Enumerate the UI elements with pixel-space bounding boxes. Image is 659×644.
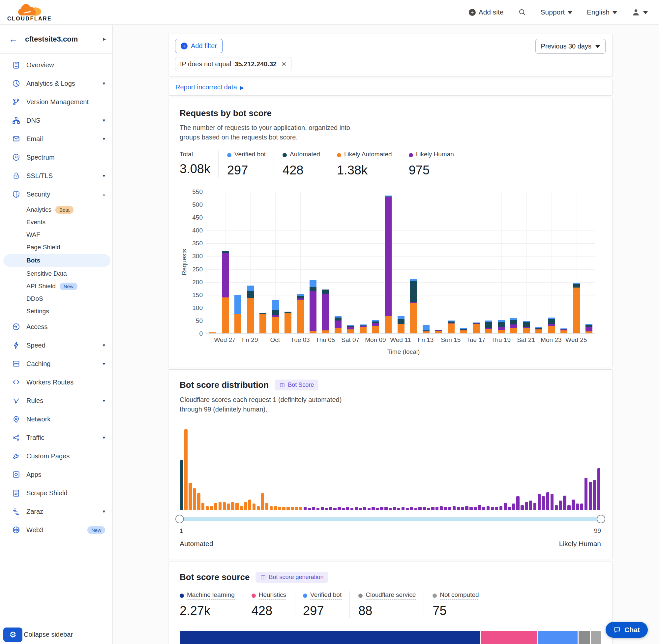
sidebar-item-speed[interactable]: Speed▾	[0, 336, 112, 354]
back-arrow-icon[interactable]: ←	[8, 34, 18, 45]
bar-segment-automated	[272, 310, 279, 316]
chevron-down-icon	[568, 11, 572, 14]
scrape-shield-icon	[12, 489, 20, 497]
sidebar-item-custom-pages[interactable]: Custom Pages	[0, 447, 112, 465]
sidebar-item-access[interactable]: Access	[0, 318, 112, 336]
stat-label: Machine learning	[187, 591, 235, 600]
sidebar-item-bots[interactable]: Bots	[3, 254, 111, 267]
sidebar-item-page-shield[interactable]: Page Shield	[0, 241, 112, 254]
stat-value: 428	[252, 604, 286, 618]
cloudflare-logo[interactable]: CLOUDFLARE	[7, 3, 52, 21]
sidebar-item-rules[interactable]: Rules▾	[0, 391, 112, 410]
histogram-bar	[546, 492, 549, 510]
sidebar-subitem-label: Bots	[26, 257, 40, 264]
histogram-bar	[393, 507, 396, 510]
sidebar-item-version-management[interactable]: Version Management	[0, 93, 112, 111]
sidebar-item-waf[interactable]: WAF	[0, 229, 112, 241]
sidebar-item-overview[interactable]: Overview	[0, 56, 112, 74]
sidebar-item-network[interactable]: Network	[0, 410, 112, 428]
slider-handle-max[interactable]	[597, 515, 605, 523]
bar-segment-likely-automated	[259, 314, 266, 334]
histogram-bar	[376, 508, 379, 510]
stacked-bar	[297, 294, 304, 334]
sidebar-item-workers-routes[interactable]: Workers Routes	[0, 373, 112, 391]
collapse-sidebar-button[interactable]: Collapse sidebar	[24, 631, 73, 638]
histogram-bar	[240, 506, 243, 510]
histogram-bar	[368, 508, 371, 510]
stat-likely-human: Likely Human975	[400, 151, 462, 178]
bot-score-generation-badge[interactable]: Bot score generation	[256, 572, 328, 583]
slider-handle-min[interactable]	[175, 515, 184, 523]
stat-value: 975	[409, 163, 454, 178]
remove-filter-icon[interactable]: ✕	[281, 60, 286, 68]
sidebar-item-label: Security	[26, 190, 102, 198]
slider-track[interactable]	[180, 518, 601, 521]
email-icon	[12, 135, 20, 143]
sidebar-item-traffic[interactable]: Traffic▾	[0, 428, 112, 447]
sidebar-item-spectrum[interactable]: Spectrum	[0, 148, 112, 166]
sidebar-item-api-shield[interactable]: API ShieldNew	[0, 280, 112, 293]
add-filter-button[interactable]: + Add filter	[175, 39, 222, 53]
histogram-bar	[418, 507, 421, 510]
language-menu[interactable]: English	[587, 8, 617, 16]
histogram-bar	[389, 508, 392, 510]
sidebar-item-settings[interactable]: Settings	[0, 305, 112, 318]
histogram-bar	[257, 506, 260, 510]
score-range-slider	[180, 515, 601, 523]
stacked-bar	[222, 251, 229, 334]
date-range-select[interactable]: Previous 30 days	[535, 39, 606, 54]
sidebar-item-analytics-logs[interactable]: Analytics & Logs▾	[0, 74, 112, 93]
sidebar-item-web3[interactable]: Web3New	[0, 521, 112, 539]
bar-segment-automated	[498, 322, 505, 327]
histogram-bar	[534, 503, 536, 510]
histogram-bar	[491, 507, 494, 510]
sidebar-item-dns[interactable]: DNS▾	[0, 111, 112, 130]
report-incorrect-data-link[interactable]: Report incorrect data ▶	[175, 84, 244, 91]
source-segment-verified-bot	[538, 631, 578, 644]
bar-segment-likely-automated	[586, 331, 592, 334]
histogram-bar	[184, 429, 187, 510]
settings-button[interactable]: ⚙	[3, 627, 22, 642]
account-menu[interactable]	[632, 8, 648, 17]
bar-segment-likely-automated	[272, 317, 279, 334]
sidebar-item-ddos[interactable]: DDoS	[0, 293, 112, 305]
sidebar-item-apps[interactable]: Apps	[0, 465, 112, 484]
support-menu[interactable]: Support	[541, 8, 573, 16]
stat-label: Verified bot	[234, 151, 266, 159]
stat-label: Cloudflare service	[366, 591, 416, 600]
sidebar-item-zaraz[interactable]: Zaraz▾	[0, 502, 112, 521]
filter-chip[interactable]: IP does not equal 35.212.240.32 ✕	[175, 57, 291, 71]
sidebar-item-sensitive-data[interactable]: Sensitive Data	[0, 268, 112, 280]
sidebar-item-ssl-tls[interactable]: SSL/TLS▾	[0, 166, 112, 185]
histogram-bar	[244, 502, 247, 510]
sidebar-item-email[interactable]: Email▾	[0, 130, 112, 148]
search-button[interactable]	[518, 8, 526, 16]
gridline	[501, 192, 502, 334]
site-switcher[interactable]: ← cftestsite3.com ▸	[0, 25, 112, 54]
sidebar-item-security[interactable]: Security▴	[0, 185, 112, 204]
bar-segment-automated	[335, 318, 342, 321]
y-tick: 150	[192, 292, 203, 299]
sidebar-item-label: Custom Pages	[26, 453, 105, 460]
chat-button[interactable]: Chat	[606, 622, 648, 638]
spectrum-icon	[12, 153, 20, 162]
new-badge: New	[60, 282, 77, 290]
stat-verified-bot: Verified bot297	[294, 591, 349, 618]
sidebar-item-scrape-shield[interactable]: Scrape Shield	[0, 484, 112, 502]
bar-segment-automated	[310, 287, 316, 291]
stacked-bar	[322, 290, 329, 334]
sidebar-item-analytics[interactable]: AnalyticsBeta	[0, 204, 112, 216]
legend-dot	[432, 594, 437, 598]
add-site-button[interactable]: + Add site	[469, 8, 504, 16]
bar-segment-likely-automated	[234, 314, 241, 334]
bar-segment-likely-automated	[485, 329, 492, 334]
bot-score-badge[interactable]: Bot Score	[275, 380, 319, 390]
chevron-down-icon: ▾	[102, 342, 105, 348]
stacked-bar	[423, 325, 429, 334]
sidebar-item-events[interactable]: Events	[0, 216, 112, 229]
user-icon	[632, 8, 640, 17]
workers-routes-icon	[12, 378, 20, 387]
source-segment-not-computed	[591, 631, 601, 644]
y-tick: 450	[192, 214, 203, 221]
sidebar-item-caching[interactable]: Caching▾	[0, 354, 112, 373]
